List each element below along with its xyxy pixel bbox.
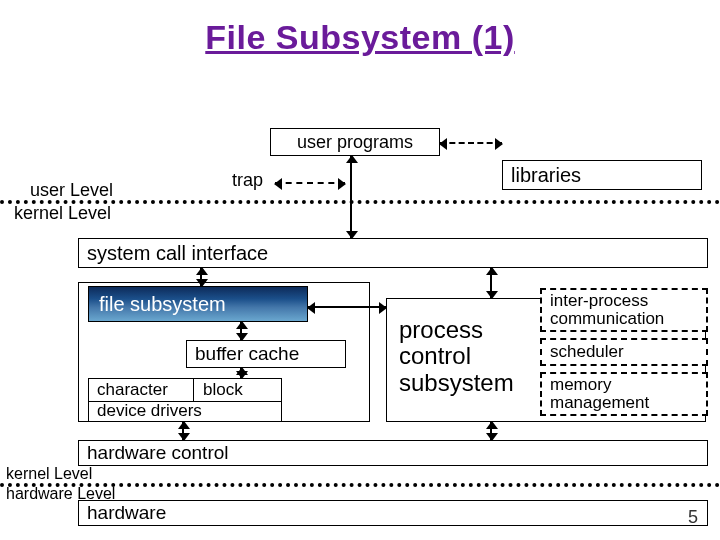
box-user-programs: user programs xyxy=(270,128,440,156)
arrow-file-pcs xyxy=(308,306,386,308)
page-number: 5 xyxy=(688,507,698,528)
box-hardware-control: hardware control xyxy=(78,440,708,466)
label-block: block xyxy=(203,380,243,400)
arrow-file-buffer xyxy=(240,322,242,340)
label-buffer-cache: buffer cache xyxy=(195,343,299,365)
box-libraries: libraries xyxy=(502,160,702,190)
label-file-subsystem: file subsystem xyxy=(99,293,226,316)
box-ipc: inter-process communication xyxy=(540,288,708,332)
box-system-call-interface: system call interface xyxy=(78,238,708,268)
box-memory-management: memory management xyxy=(540,372,708,416)
arrow-buffer-block xyxy=(240,368,242,378)
arrow-userprograms-libraries xyxy=(440,142,502,144)
box-device-drivers: character block device drivers xyxy=(88,378,282,422)
label-kernel-level-bottom: kernel Level xyxy=(6,465,92,483)
label-user-level: user Level xyxy=(30,180,113,201)
label-system-call-interface: system call interface xyxy=(87,242,268,265)
box-hardware: hardware xyxy=(78,500,708,526)
label-user-programs: user programs xyxy=(297,132,413,153)
label-hardware: hardware xyxy=(87,502,166,524)
arrow-trap xyxy=(275,182,345,184)
arrow-userprograms-sci xyxy=(350,156,352,238)
label-libraries: libraries xyxy=(511,164,581,187)
label-scheduler: scheduler xyxy=(550,342,624,362)
arrow-pcs-hwctrl xyxy=(490,422,492,440)
slide-title: File Subsystem (1) xyxy=(0,18,720,57)
label-hardware-control: hardware control xyxy=(87,442,229,464)
box-file-subsystem: file subsystem xyxy=(88,286,308,322)
arrow-sci-pcs xyxy=(490,268,492,298)
sep-char-block xyxy=(193,379,194,401)
label-ipc: inter-process communication xyxy=(550,292,698,328)
arrow-dd-hwctrl xyxy=(182,422,184,440)
label-trap: trap xyxy=(232,170,263,191)
label-character: character xyxy=(97,380,168,400)
label-memory-management: memory management xyxy=(550,376,698,412)
box-scheduler: scheduler xyxy=(540,338,708,366)
box-buffer-cache: buffer cache xyxy=(186,340,346,368)
label-device-drivers: device drivers xyxy=(97,401,202,421)
label-kernel-level-top: kernel Level xyxy=(14,203,111,224)
label-process-control-subsystem: process control subsystem xyxy=(399,317,514,396)
